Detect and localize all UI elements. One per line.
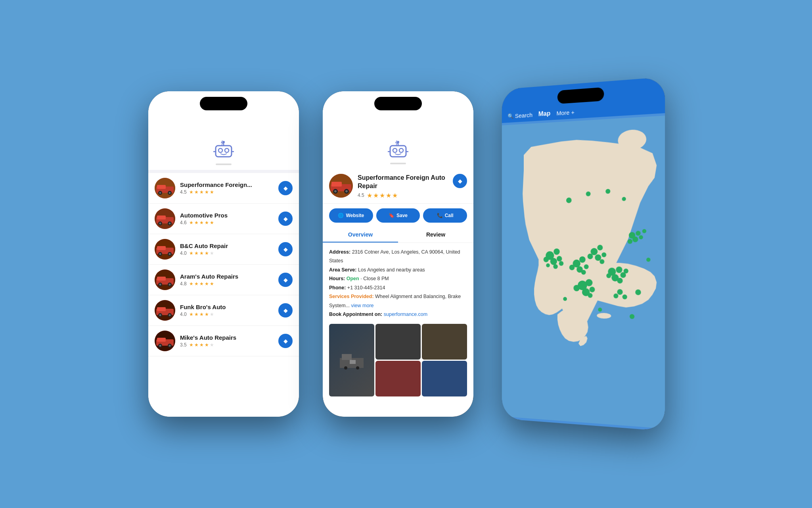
svg-point-95 [553,264,557,269]
detail-arrow-icon: ◆ [458,178,462,184]
svg-point-19 [159,223,161,225]
website-label: Website [346,213,364,218]
list-item[interactable]: Aram's Auto Repairs 4.8 ★★★★★ ◆ [148,265,299,295]
photo-1 [329,324,374,396]
arrow-icon-4: ◆ [283,277,288,283]
drag-handle-1 [216,164,232,165]
detail-top-section: Superformance Foreign Auto Repair 4.5 ★★… [323,168,473,204]
list-item[interactable]: Automotive Pros 4.6 ★★★★★ ◆ [148,204,299,234]
detail-avatar [329,174,353,198]
svg-point-73 [632,237,638,242]
list-item[interactable]: Funk Bro's Auto 4.0 ★★★★★ ◆ [148,295,299,326]
action-buttons-row: 🌐 Website 🔖 Save 📞 Call [323,204,473,227]
business-name: Superformance Foreign Auto Repair [358,174,448,190]
save-label: Save [396,213,408,218]
svg-point-85 [597,245,603,250]
hours-status: Open [347,276,359,281]
svg-point-92 [550,258,557,265]
tab-review[interactable]: Review [398,227,473,242]
list-item[interactable]: B&C Auto Repair 4.0 ★★★★★ ◆ [148,234,299,265]
arrow-icon-5: ◆ [283,307,288,314]
arrow-icon-1: ◆ [283,185,288,191]
phone-value: +1 310-445-2314 [347,285,385,291]
search-icon: 🔍 [508,113,513,119]
detail-info: Address: 2316 Cotner Ave, Los Angeles, C… [323,243,473,324]
dynamic-island-1 [200,97,247,110]
area-value: Los Angeles and nearby areas [358,267,425,273]
svg-point-66 [356,366,359,369]
svg-rect-49 [390,146,406,157]
svg-rect-23 [157,246,166,250]
svg-point-65 [344,366,347,369]
item-name-6: Mike's Auto Repairs [180,334,274,341]
map-area[interactable] [502,113,665,431]
toolbar-map[interactable]: Map [538,110,550,118]
nav-button-4[interactable]: ◆ [278,273,293,287]
tabs-row: Overview Review [323,227,473,243]
item-stars-1: 4.5 ★★★★★ [180,189,274,195]
toolbar-more[interactable]: More + [557,108,575,116]
auto-repair-list: Superformance Foreign... 4.5 ★★★★★ ◆ [148,173,299,417]
call-button[interactable]: 📞 Call [423,208,467,223]
svg-point-74 [639,235,643,239]
svg-point-13 [169,192,171,194]
svg-rect-58 [331,182,342,187]
address-label: Address: [329,249,350,255]
avatar-3 [155,239,175,260]
nav-button-5[interactable]: ◆ [278,303,293,318]
call-label: Call [445,213,454,218]
list-item[interactable]: Mike's Auto Repairs 3.5 ★★★★★ ◆ [148,326,299,356]
item-info-6: Mike's Auto Repairs 3.5 ★★★★★ [180,334,274,348]
svg-point-61 [334,190,337,192]
phone-1-screen: Superformance Foreign... 4.5 ★★★★★ ◆ [148,91,299,417]
map-label: Map [538,110,550,118]
arrow-icon-6: ◆ [283,338,288,344]
svg-rect-30 [157,277,166,281]
svg-point-93 [557,256,562,262]
list-screen: Superformance Foreign... 4.5 ★★★★★ ◆ [148,91,299,417]
save-button[interactable]: 🔖 Save [376,208,420,223]
detail-header [323,91,473,168]
svg-rect-64 [342,354,352,360]
toolbar-search[interactable]: 🔍 Search [508,111,532,119]
phone-2-screen: Superformance Foreign Auto Repair 4.5 ★★… [323,91,473,417]
svg-point-88 [588,254,593,259]
detail-nav-button[interactable]: ◆ [453,174,467,188]
item-info-1: Superformance Foreign... 4.5 ★★★★★ [180,181,274,195]
tab-overview[interactable]: Overview [323,227,398,242]
nav-button-6[interactable]: ◆ [278,334,293,348]
view-more-link[interactable]: view more [351,303,374,308]
svg-point-2 [225,148,229,152]
avatar-1 [155,178,175,198]
item-stars-6: 3.5 ★★★★★ [180,342,274,348]
svg-point-12 [159,192,161,194]
avatar-5 [155,300,175,321]
svg-point-1 [218,148,222,152]
svg-rect-67 [350,360,356,364]
shop-photo-icon [338,350,366,370]
svg-point-75 [628,239,632,244]
nav-button-1[interactable]: ◆ [278,181,293,195]
website-button[interactable]: 🌐 Website [329,208,373,223]
svg-point-89 [599,259,604,264]
item-info-4: Aram's Auto Repairs 4.8 ★★★★★ [180,273,274,287]
item-info-5: Funk Bro's Auto 4.0 ★★★★★ [180,304,274,317]
robot-icon-1 [212,140,236,160]
svg-point-62 [345,190,348,192]
avatar-6 [155,331,175,351]
hours-close: Close 8 PM [363,276,389,281]
photo-grid [329,324,467,396]
rating-value: 4.5 [358,192,364,198]
svg-point-50 [393,148,397,152]
map-screen: 🔍 Search Map More + [502,77,665,431]
list-item[interactable]: Superformance Foreign... 4.5 ★★★★★ ◆ [148,173,299,204]
robot-icon-2 [386,140,410,160]
item-stars-3: 4.0 ★★★★★ [180,250,274,256]
nav-button-2[interactable]: ◆ [278,212,293,226]
list-header [148,91,299,170]
book-url[interactable]: superformance.com [384,312,427,317]
svg-rect-37 [157,307,166,311]
nav-button-3[interactable]: ◆ [278,242,293,256]
services-label: Services Provided: [329,294,374,299]
area-label: Area Serve: [329,267,357,273]
